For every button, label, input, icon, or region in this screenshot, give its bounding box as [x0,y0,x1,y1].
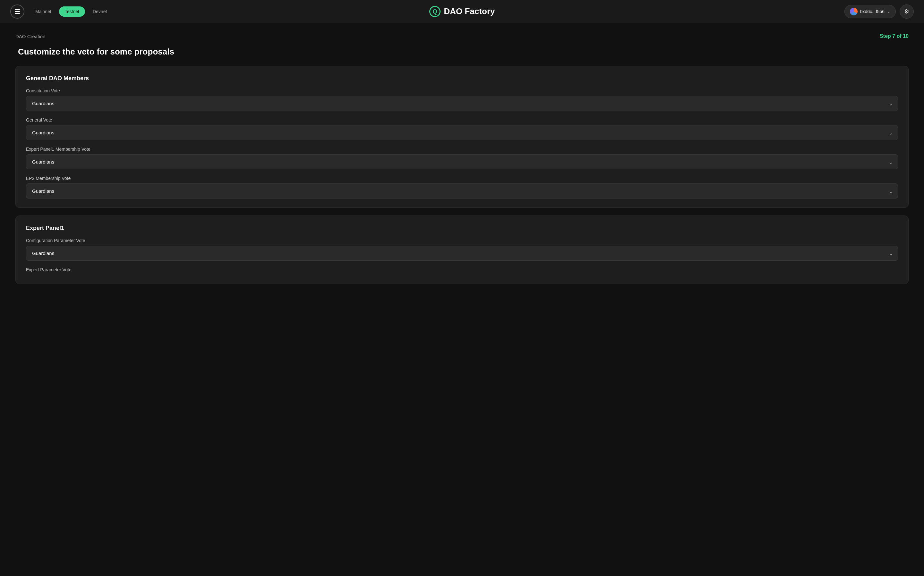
constitution-vote-select-wrapper: Guardians Expert Panel1 Expert Panel2 No… [26,96,898,111]
general-dao-members-card: General DAO Members Constitution Vote Gu… [15,66,909,208]
hamburger-icon [15,9,20,14]
q-logo-icon: Q [429,6,441,17]
testnet-tab[interactable]: Testnet [59,6,85,17]
configuration-parameter-vote-group: Configuration Parameter Vote Guardians E… [26,238,898,261]
navbar: Mainnet Testnet Devnet Q DAO Factory 0xd… [0,0,924,23]
expert-panel1-membership-vote-group: Expert Panel1 Membership Vote Guardians … [26,147,898,170]
ep2-membership-vote-select[interactable]: Guardians Expert Panel1 Expert Panel2 No… [26,184,898,198]
constitution-vote-select[interactable]: Guardians Expert Panel1 Expert Panel2 No… [26,96,898,111]
wallet-chevron-icon: ⌄ [887,9,890,14]
menu-button[interactable] [10,5,24,19]
app-title: DAO Factory [444,6,495,16]
configuration-parameter-vote-label: Configuration Parameter Vote [26,238,898,243]
page-title-wrapper: Customize the veto for some proposals [15,47,909,57]
gear-icon: ⚙ [904,8,909,15]
expert-panel1-title: Expert Panel1 [26,225,898,232]
expert-panel1-membership-vote-label: Expert Panel1 Membership Vote [26,147,898,152]
mainnet-tab[interactable]: Mainnet [29,6,57,17]
expert-parameter-vote-label: Expert Parameter Vote [26,267,898,272]
configuration-parameter-vote-select[interactable]: Guardians Expert Panel1 Expert Panel2 No… [26,246,898,261]
general-vote-select[interactable]: Guardians Expert Panel1 Expert Panel2 No… [26,125,898,140]
general-vote-select-wrapper: Guardians Expert Panel1 Expert Panel2 No… [26,125,898,140]
wallet-button[interactable]: 0xd6c...f5b6 ⌄ [844,5,896,18]
navbar-right: 0xd6c...f5b6 ⌄ ⚙ [844,5,914,19]
wallet-avatar [850,8,858,15]
svg-text:Q: Q [433,8,437,15]
general-vote-group: General Vote Guardians Expert Panel1 Exp… [26,117,898,140]
settings-button[interactable]: ⚙ [900,5,914,19]
navbar-center: Q DAO Factory [429,6,495,17]
expert-parameter-vote-group: Expert Parameter Vote [26,267,898,272]
constitution-vote-label: Constitution Vote [26,88,898,93]
devnet-tab[interactable]: Devnet [87,6,113,17]
ep2-membership-vote-select-wrapper: Guardians Expert Panel1 Expert Panel2 No… [26,184,898,198]
network-tabs: Mainnet Testnet Devnet [29,6,113,17]
page-title: Customize the veto for some proposals [15,47,909,57]
wallet-address: 0xd6c...f5b6 [860,9,884,14]
expert-panel1-card: Expert Panel1 Configuration Parameter Vo… [15,216,909,284]
general-dao-members-title: General DAO Members [26,75,898,82]
configuration-parameter-vote-select-wrapper: Guardians Expert Panel1 Expert Panel2 No… [26,246,898,261]
breadcrumb: DAO Creation [15,34,45,39]
general-vote-label: General Vote [26,117,898,123]
ep2-membership-vote-label: EP2 Membership Vote [26,176,898,181]
expert-panel1-membership-vote-select-wrapper: Guardians Expert Panel1 Expert Panel2 No… [26,154,898,170]
page-header: DAO Creation Step 7 of 10 [15,34,909,39]
constitution-vote-group: Constitution Vote Guardians Expert Panel… [26,88,898,111]
navbar-left: Mainnet Testnet Devnet [10,5,113,19]
ep2-membership-vote-group: EP2 Membership Vote Guardians Expert Pan… [26,176,898,198]
step-indicator: Step 7 of 10 [880,34,909,39]
expert-panel1-membership-vote-select[interactable]: Guardians Expert Panel1 Expert Panel2 No… [26,154,898,170]
page-content: DAO Creation Step 7 of 10 Customize the … [0,23,924,302]
